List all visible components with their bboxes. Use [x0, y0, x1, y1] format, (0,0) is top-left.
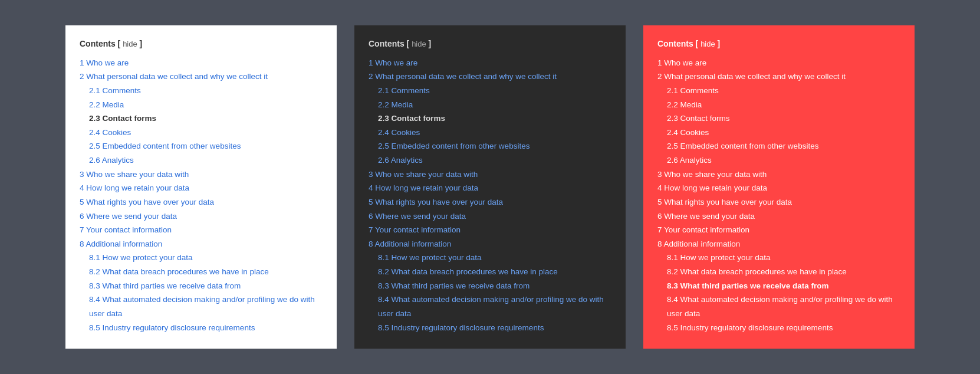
toc-link-2-1-red[interactable]: 2.1 Comments	[667, 86, 719, 95]
toc-link-4-dark[interactable]: 4 How long we retain your data	[369, 183, 478, 192]
toc-link-2-2-white[interactable]: 2.2 Media	[89, 100, 124, 109]
panels-container: Contents [ hide ]1 Who we are2 What pers…	[65, 25, 915, 349]
toc-link-8-3-white[interactable]: 8.3 What third parties we receive data f…	[89, 281, 241, 290]
toc-item: 8 Additional information	[80, 237, 323, 251]
toc-link-8-1-dark[interactable]: 8.1 How we protect your data	[378, 253, 482, 262]
toc-link-6-dark[interactable]: 6 Where we send your data	[369, 212, 466, 221]
toc-link-2-6-dark[interactable]: 2.6 Analytics	[378, 156, 423, 165]
toc-link-2-1-dark[interactable]: 2.1 Comments	[378, 86, 430, 95]
panel-dark: Contents [ hide ]1 Who we are2 What pers…	[354, 25, 626, 349]
toc-item: 3 Who we share your data with	[80, 168, 323, 182]
toc-link-6-white[interactable]: 6 Where we send your data	[80, 212, 177, 221]
toc-link-8-white[interactable]: 8 Additional information	[80, 240, 162, 248]
toc-link-4-white[interactable]: 4 How long we retain your data	[80, 183, 189, 192]
toc-item: 8.3 What third parties we receive data f…	[80, 279, 323, 293]
toc-link-8-2-red[interactable]: 8.2 What data breach procedures we have …	[667, 267, 847, 276]
toc-link-3-dark[interactable]: 3 Who we share your data with	[369, 170, 478, 179]
toc-link-2-4-red[interactable]: 2.4 Cookies	[667, 128, 709, 137]
toc-link-8-1-white[interactable]: 8.1 How we protect your data	[89, 253, 193, 262]
toc-link-8-4-white[interactable]: 8.4 What automated decision making and/o…	[89, 295, 315, 318]
toc-link-2-6-white[interactable]: 2.6 Analytics	[89, 156, 134, 165]
toc-link-2-white[interactable]: 2 What personal data we collect and why …	[80, 72, 268, 81]
toc-link-1-red[interactable]: 1 Who we are	[657, 58, 706, 67]
bracket-close-white: ]	[137, 39, 143, 48]
toc-link-4-red[interactable]: 4 How long we retain your data	[657, 183, 767, 192]
toc-link-8-dark[interactable]: 8 Additional information	[369, 240, 451, 248]
toc-link-2-dark[interactable]: 2 What personal data we collect and why …	[369, 72, 557, 81]
toc-item: 1 Who we are	[80, 56, 323, 70]
toc-item: 8.5 Industry regulatory disclosure requi…	[369, 321, 611, 335]
toc-item: 8.3 What third parties we receive data f…	[369, 279, 611, 293]
toc-item: 2.2 Media	[369, 98, 611, 112]
toc-item: 8.4 What automated decision making and/o…	[369, 293, 611, 320]
toc-item: 2.6 Analytics	[369, 153, 611, 168]
toc-link-5-dark[interactable]: 5 What rights you have over your data	[369, 198, 503, 206]
toc-link-2-2-red[interactable]: 2.2 Media	[667, 100, 702, 109]
toc-link-2-4-white[interactable]: 2.4 Cookies	[89, 128, 131, 137]
toc-link-2-3-dark[interactable]: 2.3 Contact forms	[378, 114, 445, 123]
bracket-open-dark: [	[407, 39, 412, 48]
toc-link-3-red[interactable]: 3 Who we share your data with	[657, 170, 767, 179]
toc-link-6-red[interactable]: 6 Where we send your data	[657, 212, 755, 221]
toc-link-1-dark[interactable]: 1 Who we are	[369, 58, 417, 67]
toc-item: 5 What rights you have over your data	[80, 195, 323, 209]
toc-link-8-4-dark[interactable]: 8.4 What automated decision making and/o…	[378, 295, 604, 318]
hide-link-white[interactable]: hide	[123, 40, 137, 48]
toc-link-8-red[interactable]: 8 Additional information	[657, 240, 740, 248]
toc-item: 2.5 Embedded content from other websites	[369, 139, 611, 153]
toc-link-1-white[interactable]: 1 Who we are	[80, 58, 129, 67]
toc-item: 2.3 Contact forms	[369, 111, 611, 126]
toc-item: 8.5 Industry regulatory disclosure requi…	[657, 321, 900, 335]
hide-link-red[interactable]: hide	[701, 40, 715, 48]
toc-item: 8.1 How we protect your data	[369, 251, 611, 265]
toc-item: 8 Additional information	[657, 237, 900, 251]
toc-item: 8.4 What automated decision making and/o…	[80, 293, 323, 320]
toc-item: 2.2 Media	[80, 98, 323, 112]
toc-link-8-2-dark[interactable]: 8.2 What data breach procedures we have …	[378, 267, 558, 276]
toc-item: 2.1 Comments	[80, 84, 323, 98]
toc-link-8-5-white[interactable]: 8.5 Industry regulatory disclosure requi…	[89, 323, 255, 332]
contents-label-red: Contents	[657, 39, 696, 48]
toc-item: 6 Where we send your data	[80, 209, 323, 224]
bracket-open-red: [	[696, 39, 701, 48]
toc-item: 8.5 Industry regulatory disclosure requi…	[80, 321, 323, 335]
toc-link-2-red[interactable]: 2 What personal data we collect and why …	[657, 72, 846, 81]
bracket-close-red: ]	[715, 39, 721, 48]
toc-link-7-dark[interactable]: 7 Your contact information	[369, 225, 461, 234]
toc-link-8-3-dark[interactable]: 8.3 What third parties we receive data f…	[378, 281, 530, 290]
toc-link-2-1-white[interactable]: 2.1 Comments	[89, 86, 141, 95]
hide-link-dark[interactable]: hide	[412, 40, 426, 48]
toc-link-2-2-dark[interactable]: 2.2 Media	[378, 100, 413, 109]
toc-link-5-white[interactable]: 5 What rights you have over your data	[80, 198, 214, 206]
toc-link-7-red[interactable]: 7 Your contact information	[657, 225, 749, 234]
toc-link-8-1-red[interactable]: 8.1 How we protect your data	[667, 253, 771, 262]
contents-header-dark: Contents [ hide ]	[369, 37, 611, 51]
toc-link-2-3-red[interactable]: 2.3 Contact forms	[667, 114, 730, 123]
contents-header-red: Contents [ hide ]	[657, 37, 900, 51]
toc-link-2-4-dark[interactable]: 2.4 Cookies	[378, 128, 420, 137]
toc-item: 2.2 Media	[657, 98, 900, 112]
toc-item: 2.1 Comments	[369, 84, 611, 98]
toc-list-white: 1 Who we are2 What personal data we coll…	[80, 56, 323, 335]
toc-link-8-4-red[interactable]: 8.4 What automated decision making and/o…	[667, 295, 893, 318]
toc-item: 2.4 Cookies	[657, 126, 900, 140]
toc-link-8-5-red[interactable]: 8.5 Industry regulatory disclosure requi…	[667, 323, 833, 332]
toc-link-2-3-white[interactable]: 2.3 Contact forms	[89, 114, 156, 123]
toc-link-8-3-red[interactable]: 8.3 What third parties we receive data f…	[667, 281, 829, 290]
toc-link-2-5-dark[interactable]: 2.5 Embedded content from other websites	[378, 142, 530, 150]
toc-item: 8.4 What automated decision making and/o…	[657, 293, 900, 320]
toc-item: 2.3 Contact forms	[657, 111, 900, 126]
toc-link-2-5-red[interactable]: 2.5 Embedded content from other websites	[667, 142, 818, 150]
toc-link-8-2-white[interactable]: 8.2 What data breach procedures we have …	[89, 267, 269, 276]
toc-link-2-5-white[interactable]: 2.5 Embedded content from other websites	[89, 142, 241, 150]
toc-item: 4 How long we retain your data	[80, 181, 323, 195]
toc-item: 5 What rights you have over your data	[657, 195, 900, 209]
toc-item: 2.5 Embedded content from other websites	[80, 139, 323, 153]
toc-link-3-white[interactable]: 3 Who we share your data with	[80, 170, 189, 179]
toc-link-5-red[interactable]: 5 What rights you have over your data	[657, 198, 792, 206]
toc-item: 2.4 Cookies	[369, 126, 611, 140]
toc-link-7-white[interactable]: 7 Your contact information	[80, 225, 172, 234]
toc-item: 2.3 Contact forms	[80, 111, 323, 126]
toc-link-2-6-red[interactable]: 2.6 Analytics	[667, 156, 712, 165]
toc-link-8-5-dark[interactable]: 8.5 Industry regulatory disclosure requi…	[378, 323, 544, 332]
